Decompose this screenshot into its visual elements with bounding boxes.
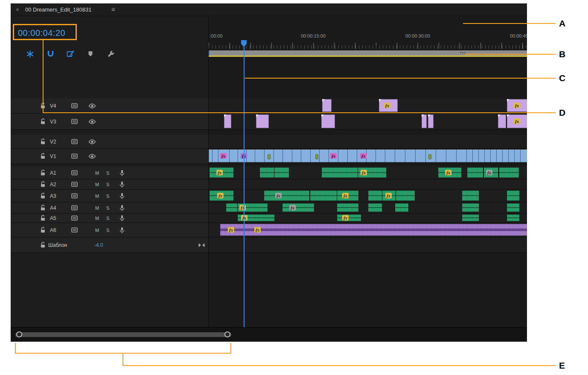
timeline-clip[interactable]: fx	[379, 99, 398, 112]
fx-badge[interactable]: fx	[514, 119, 520, 124]
clip-cut	[478, 149, 479, 162]
timeline-clip[interactable]: fx	[264, 190, 309, 201]
clip-cut	[446, 149, 446, 162]
clip-cut	[347, 149, 348, 162]
timeline-clip[interactable]	[337, 203, 358, 212]
fx-badge[interactable]: fx	[445, 170, 451, 176]
timeline-clip[interactable]	[368, 203, 382, 212]
clip-cut	[415, 149, 416, 162]
scrollbar-zoom-handle-right[interactable]	[224, 331, 230, 337]
track-lanes: fxfxfxfxfxfxfxfxfxfxfxfxfxfxfxfxfxfxfxfx…	[11, 3, 527, 342]
fx-badge[interactable]: fx	[342, 193, 349, 199]
clip-cut	[255, 149, 255, 162]
fx-badge[interactable]: fx	[289, 205, 296, 211]
timeline-clip[interactable]	[322, 167, 358, 178]
timeline-clip[interactable]: fx	[210, 167, 233, 178]
fx-badge[interactable]: fx	[385, 193, 392, 199]
clip-cut	[264, 149, 265, 162]
timeline-clip[interactable]: fx	[507, 99, 527, 112]
timeline-clip[interactable]: fx	[238, 214, 274, 221]
timeline-clip[interactable]: fxfxfxfx	[209, 149, 527, 162]
timeline-clip[interactable]: fxfx	[220, 224, 527, 236]
timeline-clip[interactable]	[396, 190, 415, 201]
callout-line-e	[15, 343, 16, 354]
timeline-clip[interactable]	[226, 203, 237, 212]
clip-cut	[520, 149, 521, 162]
track-lane-a4: fxfx	[209, 202, 527, 214]
timeline-clip[interactable]	[321, 114, 335, 128]
timeline-clip[interactable]	[260, 167, 274, 178]
clip-cut	[466, 149, 467, 162]
timeline-clip[interactable]: fx	[337, 190, 358, 201]
timeline-clip[interactable]	[395, 203, 408, 212]
playhead-line	[244, 47, 245, 327]
fx-badge[interactable]: fx	[361, 170, 367, 176]
fx-badge[interactable]: fx	[360, 153, 367, 159]
timeline-clip[interactable]	[467, 167, 483, 178]
horizontal-scrollbar[interactable]	[11, 327, 527, 342]
clip-cut	[310, 149, 311, 162]
scrollbar-thumb[interactable]	[15, 332, 231, 337]
track-lane-v2	[209, 135, 527, 149]
timeline-clip[interactable]	[507, 203, 519, 212]
timeline-clip[interactable]	[507, 190, 519, 201]
timeline-clip[interactable]	[274, 167, 289, 178]
timeline-clip[interactable]	[462, 190, 479, 201]
timeline-clip[interactable]: fx	[337, 214, 361, 221]
fx-badge[interactable]: fx	[330, 153, 337, 159]
timeline-clip[interactable]: fx	[282, 203, 314, 212]
track-lane-a6: fxfx	[209, 223, 527, 237]
timeline-clip[interactable]	[422, 114, 427, 128]
timeline-clip[interactable]: fx	[238, 203, 268, 212]
timeline-clip[interactable]	[322, 99, 332, 112]
clip-cut	[496, 149, 497, 162]
timeline-clip[interactable]: fx	[438, 167, 461, 178]
track-lane-a5: fxfx	[209, 214, 527, 223]
fx-badge[interactable]: fx	[342, 215, 349, 221]
timeline-panel: × 00 Dreamers_Edit_180831 ≡ 00:00:04:20 …	[11, 3, 527, 342]
fx-badge[interactable]: fx	[254, 227, 261, 233]
track-lane-v3: fx	[209, 114, 527, 130]
track-lane-a2	[209, 179, 527, 190]
clip-cut	[292, 149, 292, 162]
annotated-timeline-figure: × 00 Dreamers_Edit_180831 ≡ 00:00:04:20 …	[0, 0, 588, 375]
fx-badge[interactable]: fx	[217, 193, 224, 199]
fx-badge[interactable]: fx	[514, 103, 520, 108]
callout-line-e	[230, 343, 231, 354]
timeline-clip[interactable]	[499, 167, 519, 178]
timeline-clip[interactable]	[224, 114, 231, 128]
timeline-clip[interactable]: fx	[382, 190, 396, 201]
timeline-clip[interactable]: fx	[484, 167, 498, 178]
clip-cut	[490, 149, 491, 162]
callout-label-b: B	[559, 49, 565, 59]
timeline-clip[interactable]	[462, 203, 479, 212]
timeline-clip[interactable]	[256, 114, 269, 128]
timeline-clip[interactable]: fx	[358, 167, 386, 178]
track-lane-v4: fxfx	[209, 98, 527, 114]
timeline-clip[interactable]	[498, 114, 506, 128]
clip-cut	[456, 149, 457, 162]
fx-badge[interactable]: fx	[486, 170, 492, 176]
scrollbar-zoom-handle-left[interactable]	[16, 331, 22, 337]
timeline-clip[interactable]: fx	[210, 190, 233, 201]
timeline-clip[interactable]: fx	[507, 114, 527, 128]
callout-line-e	[122, 353, 123, 366]
timeline-clip[interactable]	[310, 190, 337, 201]
timeline-clip[interactable]	[368, 190, 382, 201]
clip-cut	[376, 149, 376, 162]
fx-badge[interactable]: fx	[228, 227, 234, 233]
fx-badge[interactable]: fx	[384, 103, 390, 108]
timeline-clip[interactable]	[507, 214, 519, 221]
clip-marker-icon	[268, 154, 271, 159]
clip-cut	[484, 149, 485, 162]
clip-cut	[338, 149, 338, 162]
timeline-clip[interactable]	[428, 114, 434, 128]
clip-cut	[508, 149, 509, 162]
fx-badge[interactable]: fx	[239, 205, 246, 211]
fx-badge[interactable]: fx	[216, 170, 223, 176]
fx-badge[interactable]: fx	[275, 193, 282, 199]
timeline-clip[interactable]	[462, 214, 479, 221]
fx-badge[interactable]: fx	[220, 153, 227, 159]
callout-label-a: A	[559, 18, 565, 29]
track-lane-v1: fxfxfxfx	[209, 149, 527, 164]
